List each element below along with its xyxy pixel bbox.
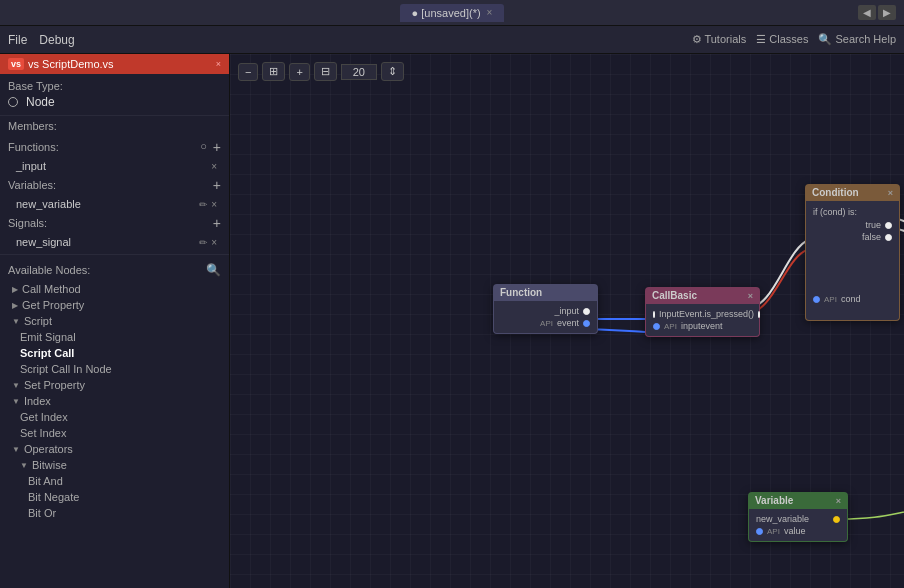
condition-node[interactable]: Condition × if (cond) is: true false [805, 184, 900, 321]
tab-close-button[interactable]: × [487, 7, 493, 18]
signal-item-actions: ✏ × [199, 237, 217, 248]
main-area: vs vs ScriptDemo.vs × Base Type: Node Me… [0, 54, 904, 588]
nav-left-button[interactable]: ◀ [858, 5, 876, 20]
variable-item-new: new_variable ✏ × [0, 196, 229, 212]
port-connector [583, 320, 590, 327]
callbasic-main-port: InputEvent.is_pressed() [653, 308, 752, 320]
triangle-icon: ▼ [12, 381, 20, 390]
node-label: Script Call In Node [20, 363, 112, 375]
editor-tab[interactable]: ● [unsaved](*) × [400, 4, 505, 22]
node-group-script[interactable]: ▼ Script [0, 313, 229, 329]
node-group-bitwise[interactable]: ▼ Bitwise [0, 457, 229, 473]
node-label: Index [24, 395, 51, 407]
port-out-connector [758, 311, 760, 318]
port-label: false [862, 232, 881, 242]
port-in-connector [653, 311, 655, 318]
variable-name-port: new_variable [756, 513, 840, 525]
zoom-input[interactable] [341, 64, 377, 80]
node-label: Script Call [20, 347, 74, 359]
canvas-toolbar: − ⊞ + ⊟ ⇕ [238, 62, 404, 81]
zoom-arrows-button[interactable]: ⇕ [381, 62, 404, 81]
vs-badge: vs [8, 58, 24, 70]
visual-script-canvas[interactable]: − ⊞ + ⊟ ⇕ [230, 54, 904, 588]
port-connector [583, 308, 590, 315]
grid-button[interactable]: ⊟ [314, 62, 337, 81]
tutorials-button[interactable]: ⚙ Tutorials [692, 33, 747, 46]
port-label: value [784, 526, 806, 536]
variable-name: new_variable [16, 198, 81, 210]
node-get-index[interactable]: Get Index [0, 409, 229, 425]
port-connector [833, 516, 840, 523]
add-signal-button[interactable]: + [213, 216, 221, 230]
tab-nav: ◀ ▶ [858, 5, 896, 20]
node-label: Script [24, 315, 52, 327]
add-variable-button[interactable]: + [213, 178, 221, 192]
available-nodes-label: Available Nodes: [8, 264, 90, 276]
port-in-connector [653, 323, 660, 330]
title-bar: ● [unsaved](*) × ◀ ▶ [0, 0, 904, 26]
add-function-button[interactable]: + [213, 140, 221, 154]
variable-node-header: Variable × [748, 492, 848, 509]
top-toolbar: File Debug ⚙ Tutorials ☰ Classes 🔍 Searc… [0, 26, 904, 54]
node-script-call-in-node[interactable]: Script Call In Node [0, 361, 229, 377]
search-nodes-icon[interactable]: 🔍 [206, 263, 221, 277]
node-label: Set Property [24, 379, 85, 391]
function-node[interactable]: Function _input API event [493, 284, 598, 334]
variable-node[interactable]: Variable × new_variable API value [748, 492, 848, 542]
node-get-property[interactable]: ▶ Get Property [0, 297, 229, 313]
triangle-icon: ▼ [12, 445, 20, 454]
functions-label: Functions: [8, 141, 59, 153]
node-bit-and[interactable]: Bit And [0, 473, 229, 489]
node-bit-negate[interactable]: Bit Negate [0, 489, 229, 505]
menu-file[interactable]: File [8, 33, 27, 47]
node-set-property[interactable]: ▼ Set Property [0, 377, 229, 393]
node-label: Get Index [20, 411, 68, 423]
function-item-input: _input × [0, 158, 229, 174]
callbasic-node[interactable]: CallBasic × InputEvent.is_pressed() API … [645, 287, 760, 337]
function-item-actions: × [211, 161, 217, 172]
callbasic-node-title: CallBasic [652, 290, 697, 301]
node-group-index[interactable]: ▼ Index [0, 393, 229, 409]
port-connector [885, 234, 892, 241]
fit-canvas-button[interactable]: ⊞ [262, 62, 285, 81]
condition-label-port: if (cond) is: [813, 205, 892, 219]
callbasic-node-body: InputEvent.is_pressed() API inputevent [645, 304, 760, 337]
functions-circle-icon: ○ [200, 140, 207, 154]
function-node-body: _input API event [493, 301, 598, 334]
condition-close-button[interactable]: × [888, 188, 893, 198]
function-delete-icon[interactable]: × [211, 161, 217, 172]
classes-button[interactable]: ☰ Classes [756, 33, 808, 46]
zoom-in-button[interactable]: + [289, 63, 309, 81]
base-type-label: Base Type: [8, 80, 221, 92]
variable-close-button[interactable]: × [836, 496, 841, 506]
function-input-port: _input [501, 305, 590, 317]
variable-item-actions: ✏ × [199, 199, 217, 210]
variable-delete-icon[interactable]: × [211, 199, 217, 210]
node-label: Call Method [22, 283, 81, 295]
node-label: Emit Signal [20, 331, 76, 343]
script-tab[interactable]: vs vs ScriptDemo.vs × [0, 54, 229, 74]
menu-debug[interactable]: Debug [39, 33, 74, 47]
node-call-method[interactable]: ▶ Call Method [0, 281, 229, 297]
node-bit-or[interactable]: Bit Or [0, 505, 229, 521]
zoom-out-button[interactable]: − [238, 63, 258, 81]
node-group-operators[interactable]: ▼ Operators [0, 441, 229, 457]
port-label: InputEvent.is_pressed() [659, 309, 754, 319]
signal-edit-icon[interactable]: ✏ [199, 237, 207, 248]
node-label: Bit Negate [28, 491, 79, 503]
variable-edit-icon[interactable]: ✏ [199, 199, 207, 210]
port-label: new_variable [756, 514, 809, 524]
signal-delete-icon[interactable]: × [211, 237, 217, 248]
script-close-icon[interactable]: × [216, 59, 221, 69]
function-node-title: Function [500, 287, 542, 298]
node-set-index[interactable]: Set Index [0, 425, 229, 441]
callbasic-close-button[interactable]: × [748, 291, 753, 301]
search-help-button[interactable]: 🔍 Search Help [818, 33, 896, 46]
available-nodes-panel: Available Nodes: 🔍 ▶ Call Method ▶ Get P… [0, 254, 229, 588]
members-label: Members: [8, 120, 57, 132]
members-header: Members: [0, 116, 229, 136]
triangle-icon: ▶ [12, 285, 18, 294]
nav-right-button[interactable]: ▶ [878, 5, 896, 20]
node-script-call[interactable]: Script Call [0, 345, 229, 361]
node-emit-signal[interactable]: Emit Signal [0, 329, 229, 345]
